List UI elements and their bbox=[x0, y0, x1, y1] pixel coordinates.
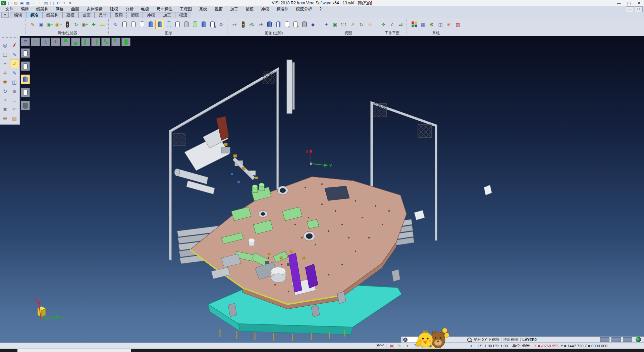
open-document-icon[interactable]: ▨ bbox=[10, 114, 19, 123]
print-icon[interactable]: ▤ bbox=[43, 1, 49, 6]
minimize-button[interactable]: — bbox=[614, 0, 624, 6]
menu-machining[interactable]: 加工 bbox=[227, 6, 241, 12]
hide-entities-icon[interactable]: ◉− bbox=[55, 20, 63, 29]
shaded-solid-icon[interactable]: ■ bbox=[10, 87, 19, 95]
view-shaded-icon[interactable]: █ bbox=[121, 38, 130, 46]
save-all-icon[interactable]: ▦ bbox=[25, 1, 31, 6]
units-indicator[interactable]: 单位: 毫米 bbox=[512, 343, 530, 348]
customize-quickbar-icon[interactable]: ▾ bbox=[67, 1, 73, 6]
window-tools-icon[interactable]: ◫ bbox=[436, 20, 444, 29]
redo-quick-icon[interactable]: ↷ bbox=[61, 1, 67, 6]
menu-help[interactable]: ? bbox=[316, 7, 325, 11]
attributes-brush-icon[interactable]: ✱ bbox=[1, 78, 9, 86]
workplane-swap-icon[interactable]: ⇄ bbox=[397, 20, 405, 29]
menu-surface[interactable]: 曲面 bbox=[68, 6, 83, 12]
toolbar-drag-handle[interactable] bbox=[319, 19, 321, 35]
ghost-cylinder-icon[interactable] bbox=[173, 20, 181, 29]
tab-dimension[interactable]: 尺寸 bbox=[95, 12, 111, 18]
tab-dropdown-button[interactable]: ▼ bbox=[1, 12, 9, 18]
document-minimize-button[interactable]: — bbox=[626, 6, 634, 12]
refresh-view-icon[interactable]: ↻ bbox=[357, 20, 365, 29]
refresh-cylinder-icon[interactable]: ↻ bbox=[208, 20, 216, 29]
open-file-icon[interactable]: ▨ bbox=[13, 1, 18, 6]
display-menu-icon[interactable]: ☰ bbox=[21, 38, 30, 46]
shaded-cylinder-icon[interactable] bbox=[147, 20, 155, 29]
measure-icon[interactable]: ↔ bbox=[10, 96, 19, 104]
menu-die[interactable]: 冲模 bbox=[258, 6, 272, 12]
erase-entities-icon[interactable]: ✗ bbox=[10, 41, 19, 49]
tab-wireframe[interactable]: 线架构 bbox=[42, 12, 62, 18]
import-icon[interactable]: ↓ bbox=[31, 1, 37, 6]
toolbar-drag-handle[interactable] bbox=[407, 19, 409, 35]
panel-swatch-2[interactable] bbox=[611, 337, 621, 342]
lock-label[interactable]: 拴牢 bbox=[376, 343, 384, 348]
menu-moldflow[interactable]: 模流分析 bbox=[292, 6, 315, 12]
refresh-visibility-icon[interactable]: ↻ bbox=[72, 20, 80, 29]
add-image-icon[interactable]: ▫+ bbox=[230, 20, 238, 29]
document-restore-button[interactable]: ❐ bbox=[635, 6, 643, 12]
zoom-in-out-icon[interactable]: ± bbox=[322, 20, 330, 29]
pan-view-icon[interactable]: ↗ bbox=[348, 20, 357, 29]
shaded-cube-icon[interactable]: ◆ bbox=[309, 20, 317, 29]
zoom-dynamic-icon[interactable]: ± bbox=[1, 59, 9, 68]
menu-drawing[interactable]: 工程图 bbox=[176, 6, 195, 12]
toggle-visibility-icon[interactable]: ◉± bbox=[81, 20, 89, 29]
tab-surface[interactable]: 曲面 bbox=[78, 12, 95, 18]
transparent-cylinder-icon[interactable] bbox=[165, 20, 173, 29]
mesh-cylinder-icon[interactable] bbox=[182, 20, 190, 29]
tab-modeling[interactable]: 建模 bbox=[62, 12, 78, 18]
calculator-icon[interactable]: ▦ bbox=[419, 20, 427, 29]
menu-analysis[interactable]: 分析 bbox=[122, 6, 137, 12]
status-contrast-icon[interactable]: ◐ bbox=[468, 343, 475, 349]
check-cylinder-icon[interactable]: ✓ bbox=[283, 20, 291, 29]
refresh-image-icon[interactable]: ▫↻ bbox=[248, 20, 256, 29]
tab-moldflow[interactable]: 模流 bbox=[175, 12, 191, 18]
hidden-line-cylinder-icon[interactable] bbox=[129, 20, 137, 29]
view-mode-label[interactable]: 绝对 XY 上视图 bbox=[474, 337, 499, 342]
panel-swatch-1[interactable] bbox=[600, 337, 609, 342]
panel-swatch-3[interactable] bbox=[623, 337, 632, 342]
edit-attributes-icon[interactable]: ✎ bbox=[29, 20, 37, 29]
palette-drag-handle[interactable] bbox=[2, 37, 17, 40]
select-plane-icon[interactable]: ▢ bbox=[1, 50, 9, 58]
status-clipboard-icon[interactable]: ▤ bbox=[389, 343, 395, 349]
view-iso-icon[interactable]: ▘ bbox=[111, 38, 120, 46]
status-annotate-icon[interactable]: ✎ bbox=[396, 343, 403, 349]
ucs-axes-icon[interactable]: ✛ bbox=[1, 69, 9, 77]
view-front-icon[interactable]: ▌ bbox=[81, 38, 90, 46]
image-traffic-light-icon[interactable] bbox=[239, 20, 247, 29]
zoom-actual-icon[interactable]: 1:1 bbox=[340, 20, 348, 29]
tab-edit[interactable]: 编辑 bbox=[10, 12, 26, 18]
menu-dimension[interactable]: 尺寸标注 bbox=[153, 6, 176, 12]
view-back-icon[interactable]: ▐ bbox=[91, 38, 100, 46]
layer-indicator[interactable]: LAYER0 bbox=[523, 338, 537, 342]
zoom-window-icon[interactable]: ▣ bbox=[331, 20, 339, 29]
render-mode-icon[interactable]: ☺ bbox=[366, 20, 374, 29]
copy-attributes-icon[interactable]: ▣ bbox=[37, 20, 45, 29]
workplane-rotate-icon[interactable]: ✛ bbox=[379, 20, 387, 29]
solid-view-cylinder-icon[interactable] bbox=[265, 20, 273, 29]
search-icon[interactable] bbox=[467, 338, 472, 342]
show-entities-icon[interactable]: ◉+ bbox=[46, 20, 54, 29]
fit-view-icon[interactable]: ▢ bbox=[31, 38, 40, 46]
new-document-icon[interactable]: ▢ bbox=[7, 1, 12, 6]
system-settings-icon[interactable]: ⚙ bbox=[428, 20, 436, 29]
window-pane-icon[interactable]: ◫ bbox=[10, 78, 19, 86]
tab-molding[interactable]: 塑膜 bbox=[127, 12, 143, 18]
wire-cylinder-icon[interactable] bbox=[300, 20, 308, 29]
edit-curve-icon[interactable]: ✎ bbox=[10, 69, 19, 77]
filter-traffic-light-icon[interactable] bbox=[63, 20, 71, 29]
solid-cylinder-icon[interactable] bbox=[200, 20, 208, 29]
undo-icon[interactable]: ↶ bbox=[10, 105, 19, 114]
menu-wireframe[interactable]: 线架构 bbox=[33, 6, 52, 12]
taskbar-window-preview[interactable] bbox=[17, 349, 131, 352]
view-bottom-icon[interactable]: ▄ bbox=[71, 38, 80, 46]
status-key-icon[interactable]: ✦ bbox=[404, 343, 411, 349]
menu-solid-edit[interactable]: 实体编辑 bbox=[83, 6, 106, 12]
menu-standard-parts[interactable]: 标准件 bbox=[273, 6, 292, 12]
axes-view-icon[interactable]: ✛ bbox=[51, 38, 60, 46]
workplane-align-icon[interactable]: ∠ bbox=[388, 20, 396, 29]
strip-ghost-cylinder-icon[interactable] bbox=[21, 88, 30, 97]
striped-cylinder-icon[interactable] bbox=[274, 20, 282, 29]
view-filter-search-icon[interactable]: ◎ bbox=[1, 41, 9, 49]
